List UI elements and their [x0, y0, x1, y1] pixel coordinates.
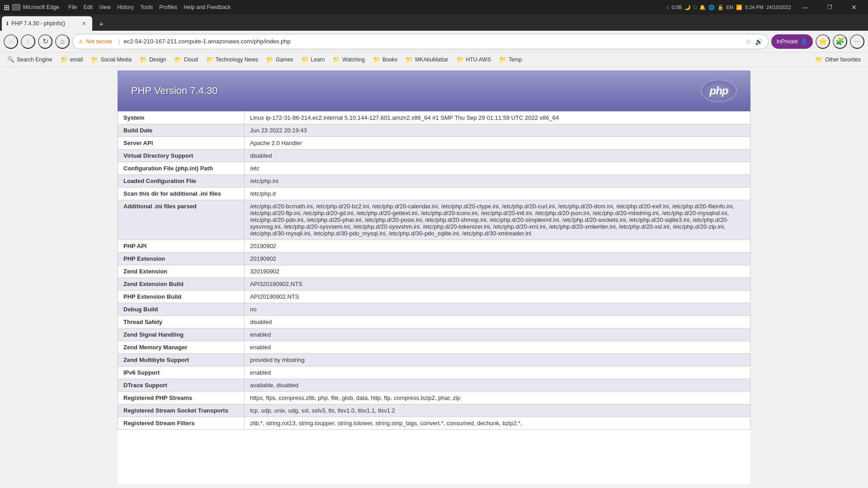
bookmark-technology-news[interactable]: 📁 Technology News: [203, 54, 262, 65]
url-separator: |: [118, 38, 120, 45]
bookmark-email[interactable]: 📁 email: [57, 54, 87, 65]
close-button[interactable]: ✕: [844, 0, 864, 14]
bookmark-htu-aws[interactable]: 📁 HTU-AWS: [453, 54, 495, 65]
bookmark-design[interactable]: 📁 Design: [136, 54, 170, 65]
php-info-table: SystemLinux ip-172-31-86-214.ec2.interna…: [118, 111, 750, 430]
collections-button[interactable]: ⭐: [816, 34, 830, 49]
php-logo: php: [701, 80, 737, 102]
table-row: Zend Extension320190902: [118, 265, 750, 278]
title-bar: ⊞ Microsoft Edge File Edit View History …: [0, 0, 868, 14]
table-value: /etc: [245, 162, 750, 175]
notification-icon: 🔔: [699, 5, 706, 10]
refresh-button[interactable]: ↻: [38, 34, 52, 49]
table-row: Zend Memory Managerenabled: [118, 341, 750, 354]
tab-bar: ℹ PHP 7.4.30 - phpinfo() ✕ +: [0, 14, 868, 31]
not-secure-label: Not secure: [86, 38, 112, 45]
new-tab-button[interactable]: +: [94, 18, 108, 31]
minimize-button[interactable]: —: [795, 0, 816, 14]
bookmark-watching[interactable]: 📁 Watching: [329, 54, 368, 65]
table-row: Configuration File (php.ini) Path/etc: [118, 162, 750, 175]
bookmarks-bar: 🔍 Search Engine 📁 email 📁 Social Media 📁…: [0, 52, 868, 67]
menu-profiles[interactable]: Profiles: [159, 4, 177, 10]
bookmark-design-label: Design: [149, 56, 166, 63]
table-value: API20190902,NTS: [245, 291, 750, 303]
address-bar: ‹ › ↻ ⌂ ⚠ Not secure | ec2-54-210-167-21…: [0, 31, 868, 52]
table-key: IPv6 Support: [118, 366, 245, 379]
bookmark-design-icon: 📁: [140, 56, 147, 63]
forward-button[interactable]: ›: [21, 34, 35, 49]
table-key: Registered Stream Socket Transports: [118, 404, 245, 417]
bookmark-mkabumatter[interactable]: 📁 MKAbuMattar: [402, 54, 452, 65]
maximize-button[interactable]: ❐: [819, 0, 840, 14]
bookmark-email-label: email: [70, 56, 83, 63]
table-key: Zend Memory Manager: [118, 341, 245, 354]
table-value: Apache 2.0 Handler: [245, 137, 750, 150]
menu-file[interactable]: File: [68, 4, 77, 10]
bookmark-email-icon: 📁: [61, 56, 68, 63]
url-bar[interactable]: ⚠ Not secure | ec2-54-210-167-211.comput…: [72, 34, 769, 49]
inprivate-button[interactable]: InPrivate 👤: [771, 34, 813, 49]
favorites-icon[interactable]: ☆: [745, 38, 751, 45]
home-button[interactable]: ⌂: [55, 34, 70, 49]
bookmark-mkabumatter-icon: 📁: [406, 56, 413, 63]
menu-bar: File Edit View History Tools Profiles He…: [68, 4, 231, 10]
table-key: Additional .ini files parsed: [118, 200, 245, 240]
table-row: Build DateJun 23 2022 20:19:43: [118, 124, 750, 137]
table-key: Thread Safety: [118, 316, 245, 328]
profile-avatar: 👤: [801, 38, 807, 45]
table-key: Scan this dir for additional .ini files: [118, 188, 245, 200]
bookmark-cloud[interactable]: 📁 Cloud: [170, 54, 201, 65]
bookmark-learn-icon: 📁: [302, 56, 309, 63]
bookmark-cloud-label: Cloud: [184, 56, 198, 63]
tab-favicon: ℹ: [6, 20, 9, 27]
security-icon: 🔒: [717, 5, 724, 10]
table-row: Zend Signal Handlingenabled: [118, 328, 750, 341]
bookmark-watching-label: Watching: [342, 56, 365, 63]
bookmark-social-media[interactable]: 📁 Social Media: [87, 54, 135, 65]
bookmark-cloud-icon: 📁: [174, 56, 181, 63]
table-value: 320190902: [245, 265, 750, 278]
back-button[interactable]: ‹: [4, 34, 18, 49]
bookmark-books[interactable]: 📁 Books: [369, 54, 401, 65]
table-key: Server API: [118, 137, 245, 150]
table-key: Zend Signal Handling: [118, 328, 245, 341]
menu-tools[interactable]: Tools: [140, 4, 153, 10]
bookmark-search-engine-icon: 🔍: [7, 56, 14, 63]
table-key: Debug Build: [118, 303, 245, 316]
table-key: PHP API: [118, 240, 245, 253]
url-text: ec2-54-210-167-211.compute-1.amazonaws.c…: [123, 38, 290, 45]
bookmark-learn-label: Learn: [311, 56, 325, 63]
table-value: /etc/php.d: [245, 188, 750, 200]
table-key: Zend Extension: [118, 265, 245, 278]
bookmark-games[interactable]: 📁 Games: [263, 54, 297, 65]
extensions-button[interactable]: 🧩: [833, 34, 847, 49]
table-key: DTrace Support: [118, 379, 245, 392]
read-aloud-icon[interactable]: 🔊: [755, 38, 763, 45]
bookmark-temp-icon: 📁: [499, 56, 506, 63]
table-value: disabled: [245, 150, 750, 162]
table-row: Server APIApache 2.0 Handler: [118, 137, 750, 150]
bookmark-books-icon: 📁: [373, 56, 380, 63]
bookmark-social-media-icon: 📁: [91, 56, 98, 63]
table-value: provided by mbstring: [245, 354, 750, 366]
table-key: System: [118, 112, 245, 124]
table-value: Jun 23 2022 20:19:43: [245, 124, 750, 137]
menu-edit[interactable]: Edit: [83, 4, 93, 10]
bookmark-technology-news-label: Technology News: [216, 56, 258, 63]
bookmark-other-favorites[interactable]: 📁 Other favorites: [812, 54, 864, 65]
tab-close-button[interactable]: ✕: [80, 19, 88, 28]
bookmark-learn[interactable]: 📁 Learn: [298, 54, 329, 65]
table-key: Registered Stream Filters: [118, 417, 245, 430]
menu-view[interactable]: View: [99, 4, 111, 10]
active-tab[interactable]: ℹ PHP 7.4.30 - phpinfo() ✕: [2, 16, 92, 31]
menu-history[interactable]: History: [117, 4, 134, 10]
table-key: Configuration File (php.ini) Path: [118, 162, 245, 175]
network-icon: ↕: [666, 5, 669, 10]
browser-settings-button[interactable]: ···: [850, 34, 864, 49]
table-row: Additional .ini files parsed/etc/php.d/2…: [118, 200, 750, 240]
bookmark-temp[interactable]: 📁 Temp: [495, 54, 525, 65]
bookmark-search-engine[interactable]: 🔍 Search Engine: [4, 54, 56, 65]
bookmark-games-label: Games: [276, 56, 293, 63]
table-row: Registered Stream Filterszlib.*, string.…: [118, 417, 750, 430]
menu-help[interactable]: Help and Feedback: [184, 4, 231, 10]
